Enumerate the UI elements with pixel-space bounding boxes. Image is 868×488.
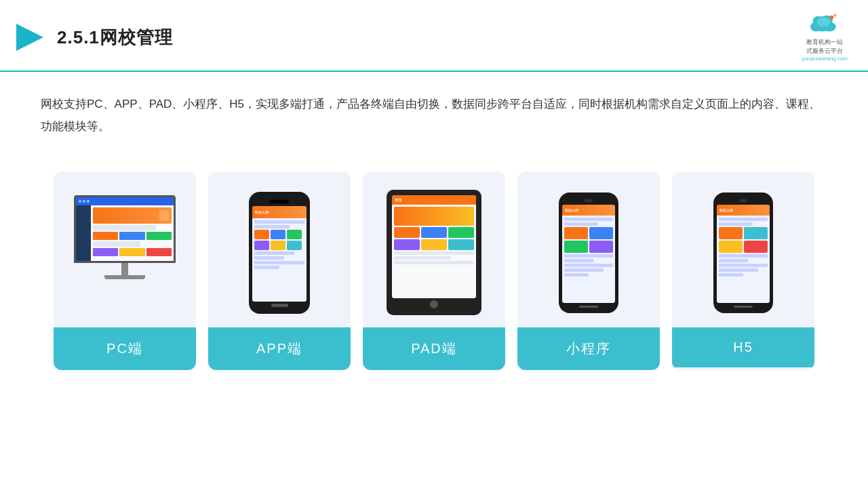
svg-point-7	[817, 18, 831, 27]
app-card-label: APP端	[208, 327, 351, 370]
miniprogram-phone: 职达人的	[559, 192, 618, 313]
h5-phone: 职达人的	[713, 192, 773, 313]
app-device-area: 职达人的	[208, 171, 351, 327]
pc-card: PC端	[54, 171, 196, 370]
yunduoketang-logo	[806, 12, 844, 37]
pc-monitor	[67, 195, 182, 310]
app-phone: 职达人的	[249, 192, 310, 314]
h5-device-area: 职达人的	[672, 171, 814, 327]
pc-device-area	[54, 171, 196, 327]
header-left: 2.5.1网校管理	[14, 21, 173, 54]
pad-tablet: 管理	[387, 190, 481, 315]
pad-card: 管理	[363, 171, 505, 370]
svg-point-8	[830, 16, 834, 20]
page-header: 2.5.1网校管理 教育机构一站 式服务云平台 yunduoketang.com	[0, 0, 868, 72]
app-card: 职达人的	[208, 171, 351, 370]
h5-card: 职达人的	[672, 171, 814, 370]
brand-icon	[14, 21, 46, 54]
logo-area: 教育机构一站 式服务云平台 yunduoketang.com	[802, 12, 848, 62]
svg-point-9	[833, 14, 836, 17]
svg-marker-0	[16, 24, 43, 51]
platform-cards: PC端 职达人的	[0, 151, 868, 390]
pad-card-label: PAD端	[363, 327, 505, 370]
miniprogram-card: 职达人的	[517, 171, 660, 370]
pad-device-area: 管理	[363, 171, 505, 327]
description-text: 网校支持PC、APP、PAD、小程序、H5，实现多端打通，产品各终端自由切换，数…	[0, 72, 868, 144]
miniprogram-device-area: 职达人的	[517, 171, 660, 327]
page-title: 2.5.1网校管理	[57, 26, 173, 49]
miniprogram-card-label: 小程序	[517, 327, 660, 370]
logo-text: 教育机构一站 式服务云平台 yunduoketang.com	[802, 38, 848, 62]
h5-card-label: H5	[672, 327, 814, 367]
pc-card-label: PC端	[54, 327, 196, 370]
